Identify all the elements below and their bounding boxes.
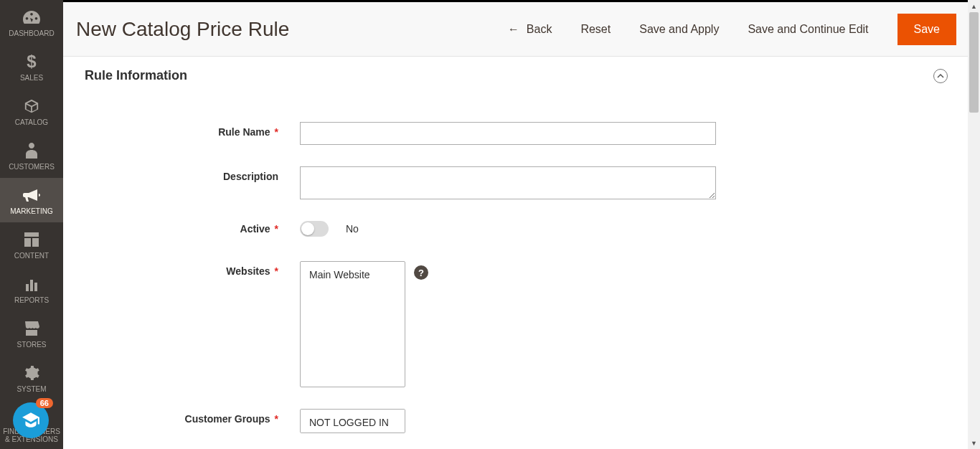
badge-count: 66 — [36, 398, 53, 408]
active-label: Active* — [85, 223, 300, 235]
sidebar-item-system[interactable]: SYSTEM — [0, 356, 63, 400]
section-title: Rule Information — [85, 68, 187, 83]
save-button[interactable]: Save — [897, 14, 956, 45]
sidebar-label: SYSTEM — [17, 385, 46, 393]
help-icon[interactable]: ? — [414, 265, 428, 280]
vertical-scrollbar[interactable]: ▲ ▼ — [968, 0, 980, 449]
label-text: Description — [223, 171, 278, 182]
description-textarea[interactable] — [300, 166, 716, 199]
required-asterisk: * — [275, 265, 278, 277]
dashboard-icon — [23, 8, 40, 27]
customer-group-option[interactable]: NOT LOGGED IN — [303, 412, 402, 433]
box-icon — [24, 97, 39, 115]
back-button[interactable]: ← Back — [508, 23, 552, 36]
scroll-up-arrow[interactable]: ▲ — [968, 0, 980, 12]
admin-sidebar: DASHBOARD $ SALES CATALOG CUSTOMERS MARK… — [0, 0, 63, 449]
save-and-continue-button[interactable]: Save and Continue Edit — [748, 23, 868, 36]
sidebar-item-sales[interactable]: $ SALES — [0, 44, 63, 89]
rule-name-input[interactable] — [300, 122, 716, 145]
form-row-websites: Websites* Main Website ? — [85, 261, 946, 387]
person-icon — [26, 141, 37, 160]
customer-groups-select[interactable]: NOT LOGGED IN — [300, 409, 405, 433]
required-asterisk: * — [275, 223, 278, 235]
section-header-rule-information[interactable]: Rule Information — [63, 57, 968, 93]
sidebar-label: CATALOG — [15, 118, 48, 126]
sidebar-label: MARKETING — [10, 207, 52, 215]
form-row-rule-name: Rule Name* — [85, 122, 946, 145]
required-asterisk: * — [275, 413, 278, 425]
arrow-left-icon: ← — [508, 23, 519, 36]
reset-button[interactable]: Reset — [580, 23, 611, 36]
sidebar-label: DASHBOARD — [9, 29, 54, 37]
save-and-apply-button[interactable]: Save and Apply — [639, 23, 719, 36]
form-row-active: Active* No — [85, 221, 946, 237]
rule-name-label: Rule Name* — [85, 122, 300, 138]
rule-information-form: Rule Name* Description Active* No — [63, 93, 968, 433]
chevron-up-icon[interactable] — [933, 69, 948, 83]
dollar-icon: $ — [27, 52, 36, 71]
back-label: Back — [527, 23, 552, 36]
sidebar-item-reports[interactable]: REPORTS — [0, 267, 63, 311]
gear-icon — [24, 364, 39, 382]
toggle-knob — [301, 222, 314, 235]
label-text: Websites — [226, 265, 270, 277]
main-content: New Catalog Price Rule ← Back Reset Save… — [63, 2, 968, 449]
layout-icon — [24, 230, 39, 249]
required-asterisk: * — [275, 126, 278, 138]
sidebar-label: CONTENT — [14, 252, 49, 260]
sidebar-item-dashboard[interactable]: DASHBOARD — [0, 0, 63, 44]
websites-label: Websites* — [85, 261, 300, 277]
page-title: New Catalog Price Rule — [76, 18, 508, 41]
scroll-thumb[interactable] — [969, 12, 979, 113]
active-toggle[interactable] — [300, 221, 329, 237]
store-icon — [24, 319, 39, 338]
sidebar-label: SALES — [20, 74, 43, 82]
scroll-track[interactable] — [968, 12, 980, 437]
description-label: Description — [85, 166, 300, 182]
help-badge[interactable]: 66 — [13, 402, 49, 438]
active-value-label: No — [346, 223, 359, 235]
sidebar-label: REPORTS — [14, 296, 49, 304]
website-option[interactable]: Main Website — [303, 265, 402, 285]
label-text: Customer Groups — [185, 413, 270, 425]
websites-select[interactable]: Main Website — [300, 261, 405, 387]
page-header: New Catalog Price Rule ← Back Reset Save… — [63, 2, 968, 57]
form-row-customer-groups: Customer Groups* NOT LOGGED IN — [85, 409, 946, 433]
sidebar-label: STORES — [17, 341, 47, 349]
graduation-cap-icon — [22, 411, 40, 430]
sidebar-item-stores[interactable]: STORES — [0, 311, 63, 356]
sidebar-item-content[interactable]: CONTENT — [0, 222, 63, 267]
megaphone-icon — [23, 186, 40, 204]
sidebar-item-marketing[interactable]: MARKETING — [0, 178, 63, 222]
bar-chart-icon — [24, 275, 39, 293]
sidebar-item-customers[interactable]: CUSTOMERS — [0, 133, 63, 178]
label-text: Active — [240, 223, 270, 235]
form-row-description: Description — [85, 166, 946, 199]
header-actions: ← Back Reset Save and Apply Save and Con… — [508, 14, 956, 45]
sidebar-label: CUSTOMERS — [9, 163, 55, 171]
sidebar-item-catalog[interactable]: CATALOG — [0, 89, 63, 133]
label-text: Rule Name — [218, 126, 270, 138]
scroll-down-arrow[interactable]: ▼ — [968, 437, 980, 449]
customer-groups-label: Customer Groups* — [85, 409, 300, 425]
